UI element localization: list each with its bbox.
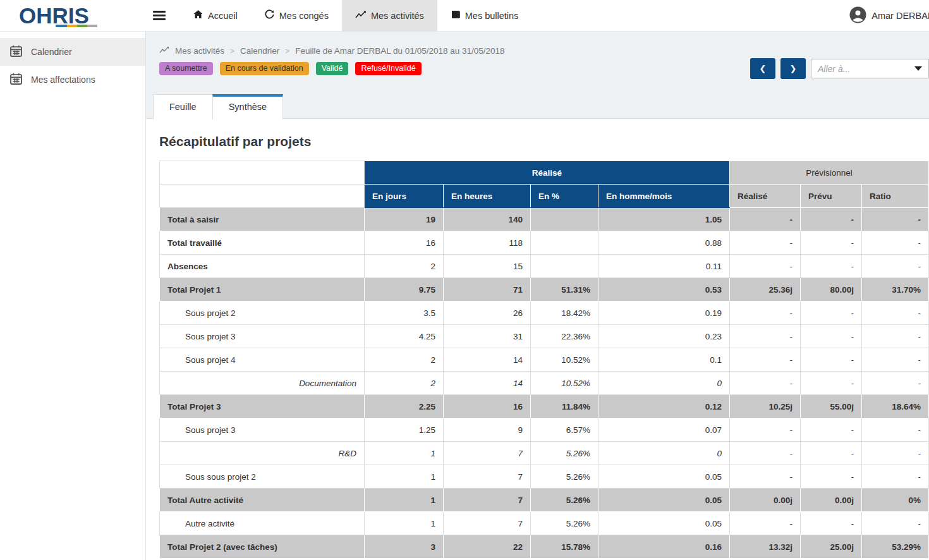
row-value: 15.78%: [530, 535, 598, 559]
row-value: -: [861, 231, 928, 255]
row-value: 25.00j: [800, 535, 861, 559]
book-icon: [451, 9, 461, 21]
row-label: Total à saisir: [159, 208, 364, 231]
row-value: 16: [364, 231, 443, 255]
table-row: Total Projet 32.251611.84%0.1210.25j55.0…: [159, 395, 928, 418]
row-value: 1: [364, 512, 443, 535]
nav-item-mes-conges[interactable]: Mes congés: [251, 0, 342, 32]
row-value: 19: [364, 208, 443, 231]
breadcrumb-calendrier[interactable]: Calendrier: [240, 46, 279, 56]
row-value: -: [861, 465, 928, 489]
row-value: -: [861, 418, 928, 442]
tab-synthese[interactable]: Synthèse: [212, 94, 283, 119]
row-value: 7: [443, 512, 530, 535]
next-period-button[interactable]: ❯: [780, 58, 806, 79]
row-value: 3: [364, 535, 443, 559]
row-value: 14: [443, 372, 530, 395]
status-badge-valide: Validé: [316, 62, 349, 75]
row-value: 10.52%: [530, 348, 598, 372]
row-value: -: [729, 208, 800, 231]
table-row: Sous sous projet 2175.26%0.05---: [159, 465, 928, 489]
row-value: -: [729, 418, 800, 442]
breadcrumb-mes-activites[interactable]: Mes activités: [175, 46, 224, 56]
column-header-realise: Réalisé: [729, 185, 800, 208]
nav-item-mes-activites[interactable]: Mes activités: [342, 0, 437, 32]
row-value: -: [729, 231, 800, 255]
nav-item-label: Mes congés: [279, 11, 329, 21]
row-label: Documentation: [159, 372, 364, 395]
username: Amar DERBAL: [871, 11, 929, 21]
row-value: 11.84%: [530, 395, 598, 418]
table-row: Sous projet 34.253122.36%0.23---: [159, 325, 928, 348]
nav-item-mes-bulletins[interactable]: Mes bulletins: [437, 0, 532, 32]
group-header-realise: Réalisé: [364, 161, 729, 185]
sidebar-item-label: Mes affectations: [31, 75, 95, 85]
row-value: -: [861, 301, 928, 325]
row-value: 118: [443, 231, 530, 255]
row-value: 13.32j: [729, 535, 800, 559]
row-value: 16: [443, 395, 530, 418]
blank-header-cell: [159, 161, 364, 185]
row-value: [530, 231, 598, 255]
breadcrumb: Mes activités > Calendrier > Feuille de …: [159, 46, 929, 56]
row-value: 2: [364, 348, 443, 372]
previous-period-button[interactable]: ❮: [750, 58, 775, 79]
row-value: 1.05: [598, 208, 729, 231]
tab-bar: Feuille Synthèse: [146, 94, 929, 119]
row-value: 9: [443, 418, 530, 442]
sidebar-item-calendrier[interactable]: Calendrier: [0, 38, 145, 66]
user-menu[interactable]: Amar DERBAL: [849, 6, 929, 25]
nav-item-label: Mes activités: [371, 11, 424, 21]
row-label: Sous projet 3: [159, 325, 364, 348]
app-shell: Calendrier Mes affectations Mes activité…: [0, 32, 929, 560]
table-column-header-row: En jours En heures En % En homme/mois Ré…: [159, 185, 928, 208]
period-controls: ❮ ❯ Aller à...: [750, 58, 929, 79]
row-label: Total Autre activité: [159, 489, 364, 512]
column-header-en-homme-mois: En homme/mois: [598, 185, 729, 208]
tab-feuille[interactable]: Feuille: [153, 94, 213, 119]
row-value: 80.00j: [800, 278, 861, 301]
table-body: Total à saisir191401.05---Total travaill…: [159, 208, 928, 559]
row-value: 140: [443, 208, 530, 231]
chevron-down-icon: [914, 66, 922, 71]
row-value: 0: [598, 372, 729, 395]
row-value: 26: [443, 301, 530, 325]
row-value: 10.25j: [729, 395, 800, 418]
row-value: -: [800, 372, 861, 395]
row-value: 31.70%: [861, 278, 928, 301]
row-value: -: [800, 512, 861, 535]
table-group-header-row: Réalisé Prévisionnel: [159, 161, 928, 185]
row-value: 0.11: [598, 255, 729, 278]
trend-line-icon: [159, 46, 169, 56]
column-header-ratio: Ratio: [861, 185, 928, 208]
blank-header-cell: [159, 185, 364, 208]
row-value: 7: [443, 489, 530, 512]
row-value: -: [800, 231, 861, 255]
row-value: 6.57%: [530, 418, 598, 442]
row-value: 0.07: [598, 418, 729, 442]
nav-item-label: Mes bulletins: [465, 11, 519, 21]
row-label: Sous sous projet 2: [159, 465, 364, 489]
goto-period-select[interactable]: Aller à...: [811, 59, 929, 78]
row-value: 5.26%: [530, 465, 598, 489]
row-value: 0.00j: [729, 489, 800, 512]
row-value: 7: [443, 465, 530, 489]
row-value: 51.31%: [530, 278, 598, 301]
row-value: -: [861, 512, 928, 535]
column-header-en-pct: En %: [530, 185, 598, 208]
row-value: 71: [443, 278, 530, 301]
row-value: 10.52%: [530, 372, 598, 395]
table-row: R&D175.26%0---: [159, 442, 928, 465]
row-value: [530, 255, 598, 278]
row-value: 18.42%: [530, 301, 598, 325]
avatar-icon: [849, 6, 866, 25]
row-label: Sous projet 4: [159, 348, 364, 372]
row-value: -: [800, 325, 861, 348]
row-value: 53.29%: [861, 535, 928, 559]
hamburger-menu-icon[interactable]: [153, 11, 166, 20]
ohris-logo[interactable]: OHRIS: [19, 3, 126, 29]
table-row: Absences2150.11---: [159, 255, 928, 278]
nav-item-accueil[interactable]: Accueil: [179, 0, 251, 32]
table-row: Total Projet 2 (avec tâches)32215.78%0.1…: [159, 535, 928, 559]
sidebar-item-mes-affectations[interactable]: Mes affectations: [0, 66, 145, 94]
